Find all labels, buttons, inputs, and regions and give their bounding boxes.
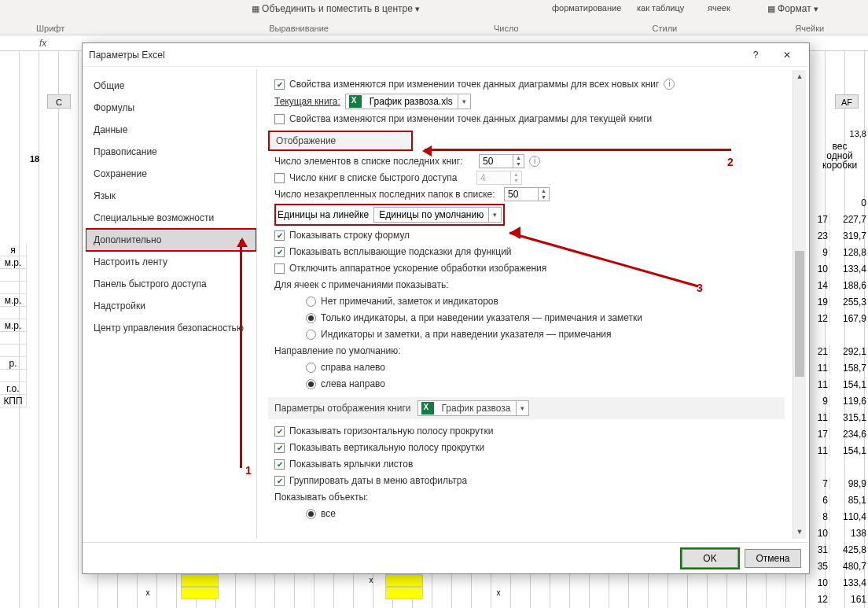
checkbox-show-tooltips[interactable] xyxy=(274,247,285,257)
nav-item[interactable]: Надстройки xyxy=(86,295,256,317)
label: Свойства изменяются при изменении точек … xyxy=(289,79,659,90)
options-content: Свойства изменяются при изменении точек … xyxy=(260,70,793,539)
label-current-book: Текущая книга: xyxy=(274,96,340,107)
right-header: весоднойкоробки xyxy=(811,142,868,170)
scroll-up-icon[interactable]: ▲ xyxy=(793,70,806,83)
radio-no-comments[interactable] xyxy=(306,297,316,307)
dialog-titlebar: Параметры Excel ? ✕ xyxy=(83,43,809,67)
close-icon: ✕ xyxy=(783,50,791,61)
radio-indicators-and-notes[interactable] xyxy=(306,330,316,340)
column-header-c[interactable]: C xyxy=(47,94,71,109)
nav-item[interactable]: Общие xyxy=(86,75,256,97)
x-mark: x xyxy=(138,587,157,599)
svg-line-0 xyxy=(509,233,698,286)
checkbox-disable-hw-accel[interactable] xyxy=(274,263,285,274)
checkbox-show-formula-bar[interactable] xyxy=(274,230,285,241)
help-button[interactable]: ? xyxy=(740,44,771,66)
radio-objects-all[interactable] xyxy=(306,509,316,519)
label-direction-head: Направление по умолчанию: xyxy=(274,345,401,356)
section-book-display: Параметры отображения книги График разво… xyxy=(268,397,785,419)
excel-file-icon xyxy=(421,402,434,415)
label-recent-docs: Число элементов в списке последних книг: xyxy=(274,156,479,167)
nav-item[interactable]: Панель быстрого доступа xyxy=(86,273,256,295)
info-icon[interactable]: i xyxy=(664,79,675,90)
cancel-button[interactable]: Отмена xyxy=(745,549,801,568)
yellow-cell xyxy=(181,587,219,599)
checkbox-vscroll[interactable] xyxy=(274,443,285,453)
scroll-down-icon[interactable]: ▼ xyxy=(793,525,806,539)
chevron-down-icon: ▾ xyxy=(516,401,528,415)
checkbox-sheet-tabs[interactable] xyxy=(274,459,285,470)
label-quick-books: Число книг в списке быстрого доступа xyxy=(289,172,476,183)
checkbox-quick-books[interactable] xyxy=(274,173,285,183)
left-labels: ям.р.м.р.м.р.р.г.о.КПП xyxy=(0,244,27,407)
column-header-af[interactable]: AF xyxy=(835,94,859,109)
radio-indicators-only[interactable] xyxy=(306,313,316,323)
label-comments-head: Для ячеек с примечаниями показывать: xyxy=(274,279,449,290)
ribbon-group-styles: Стили xyxy=(653,24,678,33)
label-objects-head: Показывать объекты: xyxy=(274,492,368,503)
x-mark: x xyxy=(362,574,381,587)
nav-item[interactable]: Специальные возможности xyxy=(86,207,256,229)
scroll-thumb[interactable] xyxy=(795,251,804,377)
nav-item[interactable]: Дополнительно xyxy=(86,229,256,251)
nav-item[interactable]: Настроить ленту xyxy=(86,251,256,273)
checkbox-chart-props-current[interactable] xyxy=(274,114,285,124)
chevron-down-icon: ▾ xyxy=(488,208,501,222)
ribbon-merge-center[interactable]: ▦ Объединить и поместить в центре ▾ xyxy=(252,3,420,14)
annotation-number-1: 1 xyxy=(245,464,252,477)
book-display-combo[interactable]: График развоза ▾ xyxy=(417,400,529,416)
annotation-number-3: 3 xyxy=(697,282,703,294)
label: Свойства изменяются при изменении точек … xyxy=(289,113,652,124)
info-icon[interactable]: i xyxy=(529,156,540,167)
ribbon: Шрифт Выравнивание Число Стили Ячейки ▦ … xyxy=(0,0,868,35)
dialog-footer: OK Отмена xyxy=(83,542,809,573)
annotation-arrow-1 xyxy=(240,240,242,468)
excel-options-dialog: Параметры Excel ? ✕ ОбщиеФормулыДанныеПр… xyxy=(82,42,810,574)
nav-item[interactable]: Центр управления безопасностью xyxy=(86,317,256,339)
chevron-down-icon: ▾ xyxy=(458,94,470,109)
radio-rtl[interactable] xyxy=(306,363,316,373)
yellow-cell xyxy=(385,574,423,587)
recent-docs-spinner[interactable]: ▲▼ xyxy=(479,154,524,168)
yellow-cell xyxy=(385,587,423,599)
content-scrollbar[interactable]: ▲ ▼ xyxy=(793,70,806,539)
svg-marker-1 xyxy=(509,227,520,239)
options-nav: ОбщиеФормулыДанныеПравописаниеСохранение… xyxy=(86,70,257,539)
section-display: Отображение xyxy=(270,132,411,149)
cell-value-18: 18 xyxy=(25,154,44,167)
checkbox-chart-props-all[interactable] xyxy=(274,79,285,90)
ribbon-cond-format[interactable]: форматирование xyxy=(552,3,621,13)
ok-button[interactable]: OK xyxy=(682,549,738,568)
annotation-number-2: 2 xyxy=(727,156,734,168)
right-top-val: 13,8 xyxy=(850,129,866,138)
checkbox-hscroll[interactable] xyxy=(274,426,285,437)
nav-item[interactable]: Данные xyxy=(86,119,256,141)
nav-item[interactable]: Формулы xyxy=(86,97,256,119)
ruler-units-row: Единицы на линейке Единицы по умолчанию … xyxy=(274,204,505,226)
nav-item[interactable]: Правописание xyxy=(86,141,256,163)
ribbon-as-table[interactable]: как таблицу xyxy=(637,3,684,13)
ribbon-group-cells: Ячейки xyxy=(795,24,824,33)
close-button[interactable]: ✕ xyxy=(771,44,803,66)
current-book-combo[interactable]: График развоза.xls ▾ xyxy=(345,94,471,109)
nav-item[interactable]: Сохранение xyxy=(86,163,256,185)
nav-item[interactable]: Язык xyxy=(86,185,256,207)
excel-file-icon xyxy=(349,95,362,108)
ribbon-cell-styles[interactable]: ячеек xyxy=(708,3,730,13)
ruler-units-combo[interactable]: Единицы по умолчанию ▾ xyxy=(373,207,502,223)
checkbox-group-dates[interactable] xyxy=(274,476,285,486)
label-ruler-units: Единицы на линейке xyxy=(278,209,369,220)
dialog-title: Параметры Excel xyxy=(89,50,740,61)
ribbon-format[interactable]: ▦ Формат ▾ xyxy=(767,3,818,14)
quick-books-spinner[interactable]: ▲▼ xyxy=(476,171,522,185)
yellow-cell xyxy=(181,574,219,587)
unpinned-spinner[interactable]: ▲▼ xyxy=(504,187,550,201)
ribbon-group-align: Выравнивание xyxy=(269,24,329,33)
label-unpinned: Число незакрепленных последних папок в с… xyxy=(274,189,504,200)
ribbon-group-font: Шрифт xyxy=(36,24,64,33)
annotation-arrow-3 xyxy=(509,228,706,291)
right-data-column: 017227,723319,79128,810133,414188,619255… xyxy=(811,193,868,608)
x-mark: x xyxy=(489,587,508,599)
radio-ltr[interactable] xyxy=(306,379,316,389)
